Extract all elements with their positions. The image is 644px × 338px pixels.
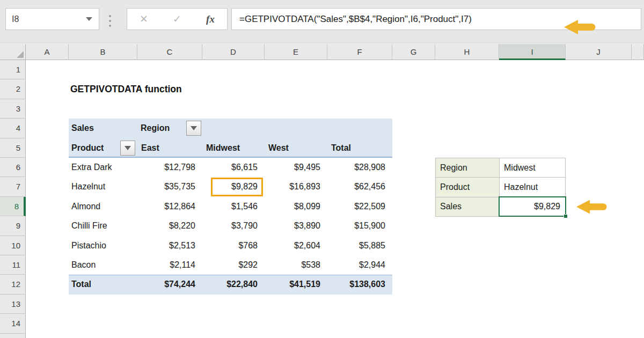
pivot-product-almond[interactable]: Almond [71, 197, 100, 216]
lookup-value-product[interactable]: Hazelnut [500, 178, 565, 197]
lookup-label-region[interactable]: Region [436, 158, 500, 178]
column-header-I[interactable]: I [499, 44, 566, 60]
column-header-A[interactable]: A [26, 44, 69, 60]
formula-text[interactable]: =GETPIVOTDATA("Sales",$B$4,"Region",I6,"… [232, 14, 472, 25]
column-header-B[interactable]: B [69, 44, 137, 60]
row-header-12[interactable]: 12 [0, 275, 26, 294]
pivot-cell-C6[interactable]: $12,798 [137, 158, 195, 177]
pivot-product-hazelnut[interactable]: Hazelnut [71, 177, 105, 196]
pivot-cell-F8[interactable]: $22,509 [327, 197, 385, 216]
row-header-4[interactable]: 4 [0, 119, 26, 138]
product-filter-dropdown-icon [125, 146, 131, 150]
pivot-col-header-midwest[interactable]: Midwest [206, 138, 240, 158]
pivot-total-D12[interactable]: $22,840 [202, 275, 258, 294]
annotation-arrow-formula [564, 19, 597, 35]
annotation-arrow-result [576, 199, 608, 215]
enter-icon[interactable]: ✓ [173, 13, 181, 25]
row-header-11[interactable]: 11 [0, 255, 26, 275]
pivot-product-extra-dark[interactable]: Extra Dark [71, 158, 112, 177]
pivot-row-field-cell[interactable]: Product [71, 138, 104, 158]
pivot-cell-C8[interactable]: $12,864 [137, 197, 195, 216]
toolbar-separator-dots [109, 15, 111, 27]
pivot-cell-F7[interactable]: $62,456 [327, 177, 385, 196]
formula-buttons: ✕ ✓ fx [127, 8, 228, 30]
select-all-corner[interactable] [0, 44, 26, 60]
pivot-cell-D9[interactable]: $3,790 [202, 216, 258, 236]
pivot-product-bacon[interactable]: Bacon [71, 255, 96, 275]
lookup-label-product[interactable]: Product [436, 178, 500, 197]
row-header-13[interactable]: 13 [0, 295, 26, 314]
pivot-col-header-west[interactable]: West [268, 138, 289, 158]
pivot-product-chilli-fire[interactable]: Chilli Fire [71, 216, 107, 236]
product-filter-dropdown[interactable] [120, 141, 135, 156]
fill-handle[interactable] [564, 214, 568, 218]
pivot-cell-D8[interactable]: $1,546 [202, 197, 258, 216]
pivot-cell-F9[interactable]: $15,900 [327, 216, 385, 236]
pivot-product-pistachio[interactable]: Pistachio [71, 236, 106, 255]
pivot-cell-D7[interactable]: $9,829 [202, 177, 258, 196]
pivot-total-F12[interactable]: $138,603 [327, 275, 385, 294]
column-header-D[interactable]: D [202, 44, 265, 60]
pivot-cell-E8[interactable]: $8,099 [265, 197, 320, 216]
region-filter-dropdown[interactable] [186, 121, 201, 136]
pivot-cell-D11[interactable]: $292 [202, 255, 258, 275]
insert-function-icon[interactable]: fx [206, 13, 215, 25]
pivot-cell-E9[interactable]: $3,890 [265, 216, 320, 236]
row-header-14[interactable]: 14 [0, 314, 26, 333]
row-header-3[interactable]: 3 [0, 99, 26, 119]
pivot-total-E12[interactable]: $41,519 [265, 275, 320, 294]
pivot-cell-E7[interactable]: $16,893 [265, 177, 320, 196]
column-header-C[interactable]: C [137, 44, 202, 60]
region-filter-dropdown-icon [191, 126, 197, 130]
pivot-value-field-cell[interactable]: Sales [71, 119, 94, 138]
formula-toolbar: I8 ✕ ✓ fx =GETPIVOTDATA("Sales",$B$4,"Re… [0, 0, 644, 43]
lookup-label-sales[interactable]: Sales [436, 197, 500, 216]
pivot-cell-F6[interactable]: $28,908 [327, 158, 385, 177]
row-header-5[interactable]: 5 [0, 138, 26, 158]
row-header-10[interactable]: 10 [0, 236, 26, 255]
pivot-total-C12[interactable]: $74,244 [137, 275, 195, 294]
column-header-J[interactable]: J [566, 44, 632, 60]
name-box-value: I8 [6, 14, 86, 24]
row-header-8[interactable]: 8 [0, 197, 26, 216]
pivot-column-field-cell[interactable]: Region [141, 119, 170, 138]
row-header-9[interactable]: 9 [0, 216, 26, 236]
pivot-cell-D6[interactable]: $6,615 [202, 158, 258, 177]
row-header-7[interactable]: 7 [0, 177, 26, 196]
pivot-cell-E11[interactable]: $538 [265, 255, 320, 275]
cancel-icon[interactable]: ✕ [140, 13, 148, 25]
pivot-cell-C11[interactable]: $2,114 [137, 255, 195, 275]
name-box-dropdown-icon[interactable] [86, 17, 92, 21]
row-header-6[interactable]: 6 [0, 158, 26, 177]
lookup-value-sales[interactable]: $9,829 [500, 197, 565, 216]
formula-bar[interactable]: =GETPIVOTDATA("Sales",$B$4,"Region",I6,"… [231, 8, 641, 30]
pivot-cell-F11[interactable]: $2,944 [327, 255, 385, 275]
spreadsheet-grid: ABCDEFGHIJ 123456789101112131415 GETPIVO… [0, 44, 644, 338]
column-header-E[interactable]: E [265, 44, 327, 60]
pivot-cell-E10[interactable]: $2,604 [265, 236, 320, 255]
row-header-2[interactable]: 2 [0, 79, 26, 99]
select-all-triangle-icon [17, 51, 24, 58]
pivot-cell-C7[interactable]: $35,735 [137, 177, 195, 196]
pivot-cell-C9[interactable]: $8,220 [137, 216, 195, 236]
sheet-title-cell[interactable]: GETPIVOTDATA function [70, 79, 182, 99]
lookup-value-region[interactable]: Midwest [500, 158, 565, 178]
pivot-cell-C10[interactable]: $2,513 [137, 236, 195, 255]
row-header-1[interactable]: 1 [0, 60, 26, 79]
column-header-extra[interactable] [632, 44, 644, 60]
pivot-total-label[interactable]: Total [71, 275, 91, 294]
lookup-panel: RegionMidwestProductHazelnutSales$9,829 [435, 158, 566, 217]
column-header-H[interactable]: H [435, 44, 499, 60]
pivot-col-header-total[interactable]: Total [331, 138, 351, 158]
pivot-cell-E6[interactable]: $9,495 [265, 158, 320, 177]
name-box[interactable]: I8 [5, 8, 99, 30]
pivot-cell-F10[interactable]: $5,885 [327, 236, 385, 255]
column-header-G[interactable]: G [392, 44, 435, 60]
pivot-cell-D10[interactable]: $768 [202, 236, 258, 255]
pivot-col-header-east[interactable]: East [141, 138, 159, 158]
column-header-F[interactable]: F [327, 44, 392, 60]
row-header-15[interactable]: 15 [0, 334, 26, 338]
